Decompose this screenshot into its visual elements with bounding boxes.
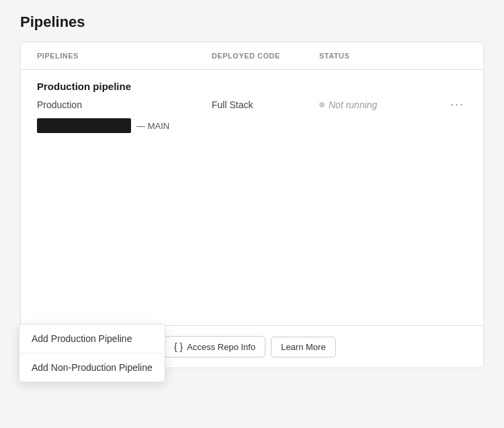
access-repo-button[interactable]: { } Access Repo Info [164,336,265,357]
pipeline-stack: Full Stack [212,99,319,110]
access-repo-label: Access Repo Info [187,342,255,352]
status-text: Not running [329,99,377,110]
col-header-pipelines: PIPELINES [37,52,212,60]
status-dot-icon [319,102,325,108]
code-icon: { } [174,341,183,352]
pipeline-section: Production pipeline Production Full Stac… [21,70,483,144]
more-options-button[interactable]: ··· [448,97,467,112]
branch-row: — MAIN [37,118,467,133]
branch-label: — MAIN [136,121,169,131]
add-dropdown-menu: Add Production Pipeline Add Non-Producti… [19,324,165,382]
page-title: Pipelines [20,13,484,31]
table-header: PIPELINES DEPLOYED CODE STATUS [21,42,483,70]
pipeline-status: Not running [319,99,448,110]
branch-bar [37,118,131,133]
dropdown-item-non-production[interactable]: Add Non-Production Pipeline [19,353,165,382]
col-header-deployed: DEPLOYED CODE [212,52,319,60]
col-header-status: STATUS [319,52,467,60]
pipelines-card: PIPELINES DEPLOYED CODE STATUS Productio… [20,42,484,368]
pipeline-row: Production Full Stack Not running ··· [37,97,467,112]
learn-more-label: Learn More [281,342,325,352]
learn-more-button[interactable]: Learn More [271,337,335,357]
card-spacer [21,144,483,325]
pipeline-env: Production [37,99,212,110]
dropdown-item-production[interactable]: Add Production Pipeline [19,325,165,353]
pipeline-group-name: Production pipeline [37,81,467,92]
